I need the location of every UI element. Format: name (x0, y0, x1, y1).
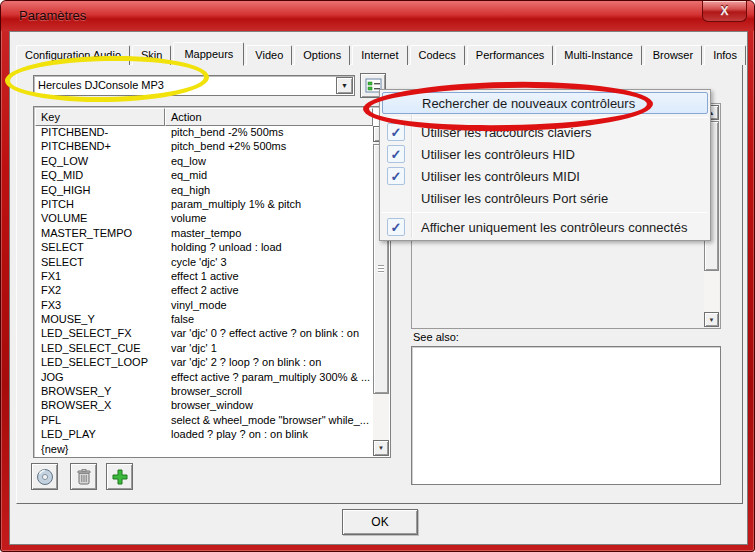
mapping-action: volume (165, 212, 373, 226)
mapping-list-header: Key Action (35, 108, 373, 126)
mapping-row[interactable]: LED_SELECT_CUEvar 'djc' 1 (35, 342, 373, 356)
tab-mappeurs[interactable]: Mappeurs (173, 42, 244, 66)
mapping-action: pitch_bend -2% 500ms (165, 126, 373, 140)
mapping-action: var 'djc' 1 (165, 342, 373, 356)
mapping-action: loaded ? play ? on : on blink (165, 428, 373, 442)
menu-item-label: Rechercher de nouveaux contrôleurs (411, 96, 635, 111)
mapping-action: effect active ? param_multiply 300% & ..… (165, 371, 373, 385)
mapping-row[interactable]: MOUSE_Yfalse (35, 313, 373, 327)
close-button[interactable]: X (702, 1, 747, 22)
mapping-key: LED_SELECT_LOOP (35, 356, 165, 370)
mapping-action: select & wheel_mode "browser" while_... (165, 414, 373, 428)
mapping-list: Key Action PITCHBEND-pitch_bend -2% 500m… (33, 106, 391, 458)
mapping-row[interactable]: SELECTcycle 'djc' 3 (35, 256, 373, 270)
mapping-key: FX1 (35, 270, 165, 284)
tab-configuration-audio[interactable]: Configuration Audio (16, 45, 130, 65)
mapping-row[interactable]: PITCHBEND-pitch_bend -2% 500ms (35, 126, 373, 140)
tab-video[interactable]: Video (246, 45, 292, 65)
column-header-action[interactable]: Action (165, 108, 373, 126)
mapping-key: FX3 (35, 299, 165, 313)
mapping-key: PITCHBEND+ (35, 140, 165, 154)
mapping-action: browser_scroll (165, 385, 373, 399)
menu-separator (382, 117, 708, 118)
menu-item-rechercher-de-nouveaux-contr-leurs[interactable]: Rechercher de nouveaux contrôleurs (382, 92, 708, 114)
plus-icon (111, 468, 129, 486)
reload-mapper-button[interactable] (31, 463, 58, 490)
scroll-down-icon[interactable]: ▼ (704, 312, 719, 327)
ok-button[interactable]: OK (342, 509, 418, 535)
mapping-row[interactable]: PITCHparam_multiply 1% & pitch (35, 198, 373, 212)
tab-multi-instance[interactable]: Multi-Instance (555, 45, 641, 65)
mapping-row[interactable]: PITCHBEND+pitch_bend +2% 500ms (35, 140, 373, 154)
menu-item-label: Utiliser les contrôleurs HID (410, 147, 575, 162)
menu-item-afficher-uniquement-les-contr-leurs-connect-s[interactable]: ✓Afficher uniquement les contrôleurs con… (382, 216, 708, 238)
mapping-row[interactable]: JOGeffect active ? param_multiply 300% &… (35, 371, 373, 385)
mapping-row[interactable]: LED_SELECT_FXvar 'djc' 0 ? effect active… (35, 327, 373, 341)
menu-item-utiliser-les-contr-leurs-port-s-rie[interactable]: Utiliser les contrôleurs Port série (382, 187, 708, 209)
mapping-key: EQ_HIGH (35, 184, 165, 198)
mapping-row[interactable]: FX1effect 1 active (35, 270, 373, 284)
tab-browser[interactable]: Browser (644, 45, 702, 65)
column-header-key[interactable]: Key (35, 108, 165, 126)
menu-item-label: Utiliser les contrôleurs Port série (410, 191, 608, 206)
mapping-action: effect 1 active (165, 270, 373, 284)
checkmark-icon: ✓ (382, 218, 410, 236)
menu-item-utiliser-les-contr-leurs-midi[interactable]: ✓Utiliser les contrôleurs MIDI (382, 165, 708, 187)
mapping-key: LED_SELECT_FX (35, 327, 165, 341)
mapping-row[interactable]: VOLUMEvolume (35, 212, 373, 226)
mapping-key: {new} (35, 443, 165, 456)
delete-mapping-button[interactable] (70, 463, 97, 490)
mapping-key: PFL (35, 414, 165, 428)
mapping-key: PITCHBEND- (35, 126, 165, 140)
mapping-row[interactable]: BROWSER_Xbrowser_window (35, 399, 373, 413)
see-also-label: See also: (413, 331, 459, 343)
tab-performances[interactable]: Performances (467, 45, 553, 65)
see-also-list[interactable] (411, 346, 721, 485)
window-title: Paramètres (19, 8, 86, 23)
mapping-key: BROWSER_X (35, 399, 165, 413)
mapping-action: var 'djc' 0 ? effect active ? on blink :… (165, 327, 373, 341)
chevron-down-icon[interactable]: ▼ (336, 77, 353, 94)
tab-skin[interactable]: Skin (132, 45, 171, 65)
mapping-row[interactable]: FX2effect 2 active (35, 284, 373, 298)
mapping-row[interactable]: LED_PLAYloaded ? play ? on : on blink (35, 428, 373, 442)
mapping-key: MOUSE_Y (35, 313, 165, 327)
mapping-rows: PITCHBEND-pitch_bend -2% 500msPITCHBEND+… (35, 126, 373, 456)
title-bar[interactable]: Paramètres X (1, 1, 754, 31)
mapping-row[interactable]: SELECTholding ? unload : load (35, 241, 373, 255)
trash-icon (76, 468, 92, 486)
cd-icon (36, 468, 54, 486)
checkmark-icon: ✓ (382, 145, 410, 163)
mapping-action: eq_low (165, 155, 373, 169)
mapping-key: EQ_MID (35, 169, 165, 183)
mapping-action: param_multiply 1% & pitch (165, 198, 373, 212)
mapping-row[interactable]: EQ_MIDeq_mid (35, 169, 373, 183)
tab-codecs[interactable]: Codecs (410, 45, 465, 65)
mapping-row[interactable]: {new} (35, 443, 373, 456)
mapping-row[interactable]: FX3vinyl_mode (35, 299, 373, 313)
menu-separator (382, 212, 708, 213)
menu-item-utiliser-les-raccourcis-claviers[interactable]: ✓Utiliser les raccourcis claviers (382, 121, 708, 143)
mapping-row[interactable]: PFLselect & wheel_mode "browser" while_.… (35, 414, 373, 428)
scroll-down-icon[interactable]: ▼ (373, 440, 389, 456)
controller-select[interactable]: Hercules DJConsole MP3 ▼ (33, 75, 355, 96)
mapping-row[interactable]: BROWSER_Ybrowser_scroll (35, 385, 373, 399)
mapping-key: EQ_LOW (35, 155, 165, 169)
mapping-row[interactable]: EQ_LOWeq_low (35, 155, 373, 169)
mapping-row[interactable]: MASTER_TEMPOmaster_tempo (35, 227, 373, 241)
add-mapping-button[interactable] (106, 463, 133, 490)
mapping-key: SELECT (35, 241, 165, 255)
controller-context-menu: Rechercher de nouveaux contrôleurs✓Utili… (379, 89, 711, 241)
tab-infos[interactable]: Infos (704, 45, 746, 65)
mapping-action: vinyl_mode (165, 299, 373, 313)
mapping-action: master_tempo (165, 227, 373, 241)
tab-options[interactable]: Options (294, 45, 350, 65)
mapping-row[interactable]: LED_SELECT_LOOPvar 'djc' 2 ? loop ? on b… (35, 356, 373, 370)
mapping-key: LED_SELECT_CUE (35, 342, 165, 356)
mapping-key: BROWSER_Y (35, 385, 165, 399)
mapping-action: eq_mid (165, 169, 373, 183)
mapping-row[interactable]: EQ_HIGHeq_high (35, 184, 373, 198)
mapping-action: browser_window (165, 399, 373, 413)
menu-item-utiliser-les-contr-leurs-hid[interactable]: ✓Utiliser les contrôleurs HID (382, 143, 708, 165)
tab-internet[interactable]: Internet (352, 45, 407, 65)
